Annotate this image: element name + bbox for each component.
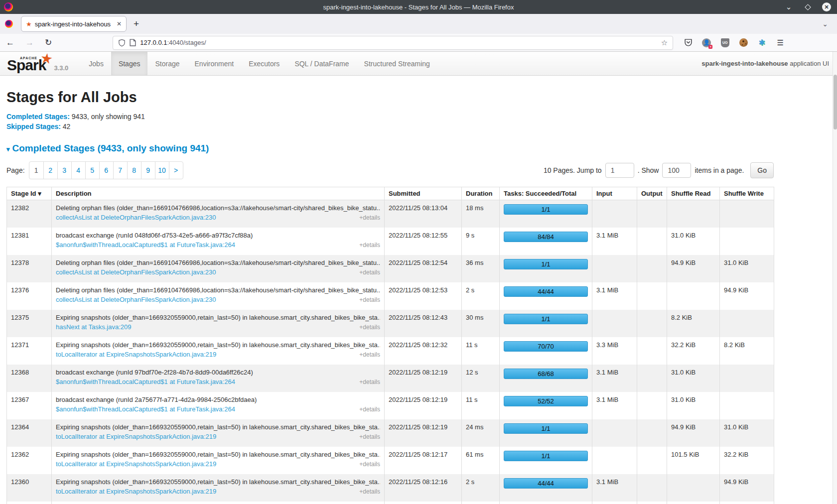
vertical-scrollbar[interactable] — [833, 52, 837, 504]
shuffle-write-cell: 101.5 KiB — [720, 502, 774, 504]
details-toggle[interactable]: +details — [359, 351, 380, 358]
shuffle-write-cell: 94.9 KiB — [720, 474, 774, 502]
account-error-badge: ✕ — [708, 45, 712, 49]
nav-item-sql-dataframe[interactable]: SQL / DataFrame — [287, 52, 356, 75]
tasks-progress-bar: 1/1 — [504, 314, 588, 324]
details-toggle[interactable]: +details — [359, 461, 380, 468]
items-per-page-input[interactable] — [662, 163, 691, 178]
back-button[interactable]: ← — [6, 38, 14, 48]
pocket-icon[interactable] — [683, 38, 693, 48]
submitted-cell: 2022/11/25 08:12:17 — [385, 447, 462, 474]
new-tab-button[interactable]: + — [134, 18, 139, 29]
stage-callsite-link[interactable]: toLocalIterator at ExpireSnapshotsSparkA… — [56, 351, 216, 358]
url-bar[interactable]: 127.0.0.1:4040/stages/ ☆ — [113, 36, 673, 50]
details-toggle[interactable]: +details — [359, 488, 380, 495]
description-text: Expiring snapshots (older_than=166932055… — [56, 341, 380, 349]
page-button-8[interactable]: 8 — [127, 162, 141, 179]
reload-button[interactable]: ↻ — [45, 37, 52, 48]
page-button-5[interactable]: 5 — [85, 162, 99, 179]
details-toggle[interactable]: +details — [359, 324, 380, 331]
apache-label: APACHE — [20, 56, 37, 60]
column-header-2[interactable]: Submitted — [385, 187, 462, 200]
stage-id-cell: 12382 — [7, 200, 52, 228]
stage-callsite-link[interactable]: $anonfun$withThreadLocalCaptured$1 at Fu… — [56, 241, 235, 249]
details-toggle[interactable]: +details — [359, 433, 380, 440]
bookmark-star-icon[interactable]: ☆ — [661, 38, 668, 47]
submitted-cell: 2022/11/25 08:12:19 — [385, 365, 462, 392]
page-button-1[interactable]: 1 — [29, 162, 43, 179]
stage-callsite-link[interactable]: $anonfun$withThreadLocalCaptured$1 at Fu… — [56, 405, 235, 413]
completed-stages-section-header[interactable]: ▾Completed Stages (9433, only showing 94… — [6, 143, 780, 154]
stage-callsite-link[interactable]: hasNext at Tasks.java:209 — [56, 323, 132, 331]
section-title: Completed Stages (9433, only showing 941… — [12, 143, 209, 153]
stage-callsite-link[interactable]: collectAsList at DeleteOrphanFilesSparkA… — [56, 214, 216, 221]
stage-callsite-link[interactable]: collectAsList at DeleteOrphanFilesSparkA… — [56, 296, 216, 303]
column-header-3[interactable]: Duration — [462, 187, 500, 200]
stage-callsite-link[interactable]: toLocalIterator at ExpireSnapshotsSparkA… — [56, 460, 216, 468]
menu-icon[interactable]: ☰ — [775, 38, 785, 48]
tab-bar: ★ spark-ingest-into-lakehous ✕ + ⌄ — [0, 14, 837, 34]
nav-item-environment[interactable]: Environment — [187, 52, 242, 75]
account-icon[interactable]: 👤✕ — [701, 38, 711, 48]
tab-list-chevron-icon[interactable]: ⌄ — [822, 20, 828, 28]
nav-item-stages[interactable]: Stages — [111, 52, 148, 75]
tasks-cell: 68/68 — [500, 365, 592, 392]
page-button-7[interactable]: 7 — [113, 162, 127, 179]
stage-callsite-link[interactable]: toLocalIterator at ExpireSnapshotsSparkA… — [56, 433, 216, 440]
jump-to-page-input[interactable] — [605, 163, 634, 178]
spark-logo[interactable]: APACHE Spark ★ 3.3.0 — [7, 55, 68, 73]
column-header-0[interactable]: Stage Id ▾ — [7, 187, 52, 200]
stage-callsite-link[interactable]: collectAsList at DeleteOrphanFilesSparkA… — [56, 268, 216, 276]
stage-id-cell: 12362 — [7, 447, 52, 474]
cookie-extension-icon[interactable] — [738, 38, 748, 48]
page-button-6[interactable]: 6 — [99, 162, 113, 179]
tasks-progress-bar: 52/52 — [504, 396, 588, 406]
tasks-progress-bar: 70/70 — [504, 341, 588, 352]
collapse-arrow-icon[interactable]: ▾ — [6, 145, 10, 153]
ublock-icon[interactable]: UO — [720, 38, 730, 48]
details-toggle[interactable]: +details — [359, 296, 380, 303]
next-page-button[interactable]: > — [169, 162, 183, 179]
browser-tab[interactable]: ★ spark-ingest-into-lakehous ✕ — [21, 16, 127, 32]
minimize-icon[interactable]: ⌄ — [784, 2, 793, 11]
page-button-9[interactable]: 9 — [141, 162, 155, 179]
skipped-stages-summary: Skipped Stages: 42 — [6, 122, 780, 131]
url-text[interactable]: 127.0.0.1:4040/stages/ — [140, 39, 206, 46]
output-cell — [637, 200, 667, 228]
shuffle-read-cell: 8.2 KiB — [667, 310, 720, 337]
details-toggle[interactable]: +details — [359, 214, 380, 221]
scrollbar-thumb[interactable] — [834, 75, 837, 129]
close-icon[interactable]: ✕ — [822, 2, 831, 11]
page-button-2[interactable]: 2 — [43, 162, 57, 179]
details-toggle[interactable]: +details — [359, 378, 380, 385]
description-cell: broadcast exchange (runId 97bdf70e-2f28-… — [52, 365, 385, 392]
details-toggle[interactable]: +details — [359, 242, 380, 249]
stage-callsite-link[interactable]: $anonfun$withThreadLocalCaptured$1 at Fu… — [56, 378, 235, 385]
shuffle-read-cell: 94.9 KiB — [667, 255, 720, 282]
details-toggle[interactable]: +details — [359, 406, 380, 413]
page-button-3[interactable]: 3 — [57, 162, 71, 179]
details-toggle[interactable]: +details — [359, 269, 380, 276]
tab-close-icon[interactable]: ✕ — [117, 20, 122, 27]
page-button-10[interactable]: 10 — [155, 162, 169, 179]
column-header-4[interactable]: Tasks: Succeeded/Total — [500, 187, 592, 200]
output-cell — [637, 228, 667, 255]
extension-asterisk-icon[interactable]: ✱ — [757, 38, 767, 48]
column-header-8[interactable]: Shuffle Write — [720, 187, 774, 200]
stage-callsite-link[interactable]: toLocalIterator at ExpireSnapshotsSparkA… — [56, 488, 216, 495]
shield-icon[interactable] — [118, 39, 126, 47]
page-button-4[interactable]: 4 — [71, 162, 85, 179]
column-header-1[interactable]: Description — [52, 187, 385, 200]
nav-item-storage[interactable]: Storage — [147, 52, 187, 75]
column-header-6[interactable]: Output — [637, 187, 667, 200]
nav-item-executors[interactable]: Executors — [241, 52, 287, 75]
input-cell: 3.1 MiB — [592, 282, 637, 310]
column-header-7[interactable]: Shuffle Read — [667, 187, 720, 200]
page-info-icon[interactable] — [130, 39, 136, 46]
nav-item-structured-streaming[interactable]: Structured Streaming — [357, 52, 437, 75]
column-header-5[interactable]: Input — [592, 187, 637, 200]
nav-item-jobs[interactable]: Jobs — [81, 52, 111, 75]
maximize-icon[interactable] — [803, 2, 812, 11]
go-button[interactable]: Go — [750, 162, 774, 178]
shuffle-read-cell — [667, 282, 720, 310]
